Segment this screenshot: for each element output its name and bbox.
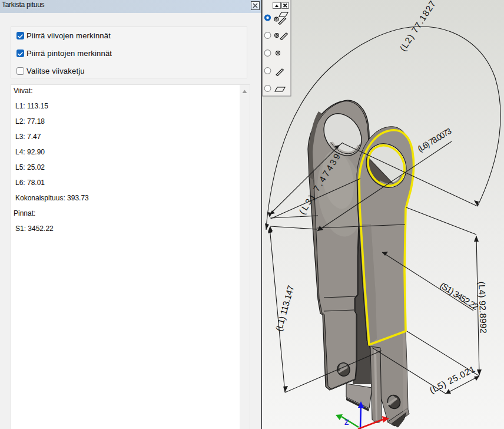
svg-text:(L4) 92.8992: (L4) 92.8992 [477, 282, 489, 334]
svg-text:Z: Z [344, 418, 349, 427]
